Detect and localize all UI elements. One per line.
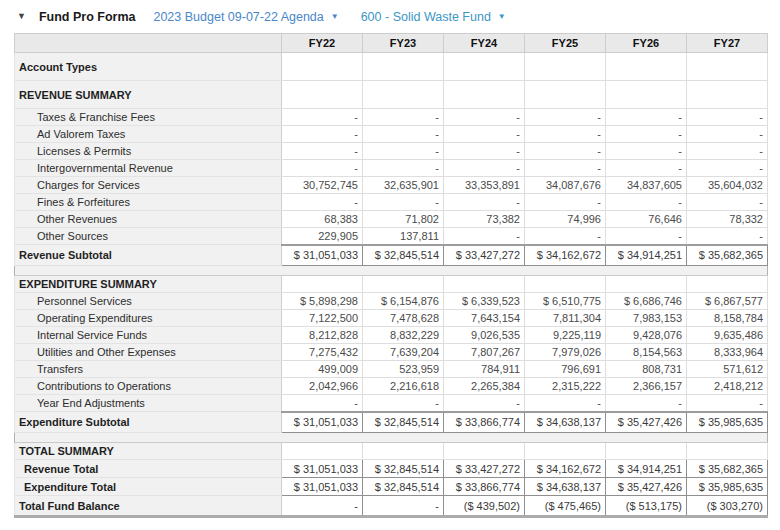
- cell-fines-forfeitures-fy23: -: [363, 194, 444, 211]
- cell-personnel-services-fy24: $ 6,339,523: [444, 293, 525, 310]
- cell-contributions-to-operations-fy24: 2,265,384: [444, 378, 525, 395]
- cell-taxes-franchise-fees-fy25: -: [525, 109, 606, 126]
- budget-version-dropdown[interactable]: 2023 Budget 09-07-22 Agenda ▼: [153, 10, 338, 24]
- cell-total-fund-balance-fy22: -: [282, 496, 363, 517]
- cell-expenditure-summary-fy25: [525, 276, 606, 293]
- cell-revenue-subtotal-fy27: $ 35,682,365: [687, 245, 768, 266]
- cell-other-revenues-fy23: 71,802: [363, 211, 444, 228]
- row-label-ad-valorem-taxes: Ad Valorem Taxes: [15, 126, 282, 143]
- cell-account-types-fy23: [363, 53, 444, 81]
- table-row-ad-valorem-taxes: Ad Valorem Taxes------: [15, 126, 768, 143]
- cell-total-fund-balance-fy23: -: [363, 496, 444, 517]
- fund-dropdown[interactable]: 600 - Solid Waste Fund ▼: [361, 10, 506, 24]
- cell-transfers-fy25: 796,691: [525, 361, 606, 378]
- cell-other-revenues-fy22: 68,383: [282, 211, 363, 228]
- cell-revenue-total-fy23: $ 32,845,514: [363, 460, 444, 478]
- cell-expenditure-summary-fy24: [444, 276, 525, 293]
- cell-utilities-and-other-expenses-fy25: 7,979,026: [525, 344, 606, 361]
- table-row-taxes-franchise-fees: Taxes & Franchise Fees------: [15, 109, 768, 126]
- cell-expenditure-summary-fy23: [363, 276, 444, 293]
- cell-total-summary-fy24: [444, 443, 525, 460]
- row-label-internal-service-funds: Internal Service Funds: [15, 327, 282, 344]
- table-row-other-sources: Other Sources229,905137,811----: [15, 228, 768, 245]
- cell-operating-expenditures-fy25: 7,811,304: [525, 310, 606, 327]
- cell-operating-expenditures-fy22: 7,122,500: [282, 310, 363, 327]
- cell-total-fund-balance-fy26: ($ 513,175): [606, 496, 687, 517]
- column-header-fy22: FY22: [282, 34, 363, 53]
- cell-internal-service-funds-fy25: 9,225,119: [525, 327, 606, 344]
- table-row-revenue-total: Revenue Total$ 31,051,033$ 32,845,514$ 3…: [15, 460, 768, 478]
- cell-taxes-franchise-fees-fy24: -: [444, 109, 525, 126]
- cell-revenue-summary-fy24: [444, 81, 525, 109]
- cell-operating-expenditures-fy27: 8,158,784: [687, 310, 768, 327]
- cell-intergovernmental-revenue-fy25: -: [525, 160, 606, 177]
- table-row-revenue-subtotal: Revenue Subtotal$ 31,051,033$ 32,845,514…: [15, 245, 768, 266]
- cell-expenditure-summary-fy22: [282, 276, 363, 293]
- row-label-revenue-subtotal: Revenue Subtotal: [15, 245, 282, 266]
- cell-operating-expenditures-fy26: 7,983,153: [606, 310, 687, 327]
- column-header-row: FY22FY23FY24FY25FY26FY27: [15, 34, 768, 53]
- cell-revenue-total-fy24: $ 33,427,272: [444, 460, 525, 478]
- cell-ad-valorem-taxes-fy26: -: [606, 126, 687, 143]
- cell-transfers-fy27: 571,612: [687, 361, 768, 378]
- cell-revenue-total-fy27: $ 35,682,365: [687, 460, 768, 478]
- table-row-revenue-summary: REVENUE SUMMARY: [15, 81, 768, 109]
- chevron-down-icon: ▼: [331, 12, 339, 21]
- row-label-licenses-permits: Licenses & Permits: [15, 143, 282, 160]
- table-row-total-summary: TOTAL SUMMARY: [15, 443, 768, 460]
- cell-operating-expenditures-fy24: 7,643,154: [444, 310, 525, 327]
- cell-personnel-services-fy26: $ 6,686,746: [606, 293, 687, 310]
- cell-other-sources-fy26: -: [606, 228, 687, 245]
- table-row-expenditure-summary: EXPENDITURE SUMMARY: [15, 276, 768, 293]
- row-label-expenditure-total: Expenditure Total: [15, 478, 282, 496]
- cell-revenue-summary-fy26: [606, 81, 687, 109]
- cell-ad-valorem-taxes-fy25: -: [525, 126, 606, 143]
- table-row-other-revenues: Other Revenues68,38371,80273,38274,99676…: [15, 211, 768, 228]
- cell-personnel-services-fy27: $ 6,867,577: [687, 293, 768, 310]
- cell-taxes-franchise-fees-fy27: -: [687, 109, 768, 126]
- cell-operating-expenditures-fy23: 7,478,628: [363, 310, 444, 327]
- cell-fines-forfeitures-fy24: -: [444, 194, 525, 211]
- cell-total-fund-balance-fy25: ($ 475,465): [525, 496, 606, 517]
- cell-year-end-adjustments-fy22: -: [282, 395, 363, 412]
- row-label-revenue-summary: REVENUE SUMMARY: [15, 81, 282, 109]
- row-label-intergovernmental-revenue: Intergovernmental Revenue: [15, 160, 282, 177]
- cell-other-revenues-fy26: 76,646: [606, 211, 687, 228]
- cell-revenue-summary-fy23: [363, 81, 444, 109]
- row-label-charges-for-services: Charges for Services: [15, 177, 282, 194]
- cell-total-summary-fy27: [687, 443, 768, 460]
- row-label-transfers: Transfers: [15, 361, 282, 378]
- cell-licenses-permits-fy27: -: [687, 143, 768, 160]
- cell-personnel-services-fy25: $ 6,510,775: [525, 293, 606, 310]
- cell-expenditure-total-fy26: $ 35,427,426: [606, 478, 687, 496]
- cell-utilities-and-other-expenses-fy22: 7,275,432: [282, 344, 363, 361]
- row-label-total-fund-balance: Total Fund Balance: [15, 496, 282, 517]
- cell-other-sources-fy27: -: [687, 228, 768, 245]
- row-label-total-summary: TOTAL SUMMARY: [15, 443, 282, 460]
- cell-expenditure-total-fy25: $ 34,638,137: [525, 478, 606, 496]
- table-row-licenses-permits: Licenses & Permits------: [15, 143, 768, 160]
- cell-expenditure-summary-fy26: [606, 276, 687, 293]
- table-body: Account TypesREVENUE SUMMARYTaxes & Fran…: [15, 53, 768, 517]
- cell-other-revenues-fy27: 78,332: [687, 211, 768, 228]
- column-header-fy24: FY24: [444, 34, 525, 53]
- table-row-transfers: Transfers499,009523,959784,911796,691808…: [15, 361, 768, 378]
- cell-revenue-subtotal-fy26: $ 34,914,251: [606, 245, 687, 266]
- cell-total-summary-fy26: [606, 443, 687, 460]
- cell-contributions-to-operations-fy23: 2,216,618: [363, 378, 444, 395]
- cell-internal-service-funds-fy22: 8,212,828: [282, 327, 363, 344]
- row-label-other-sources: Other Sources: [15, 228, 282, 245]
- cell-intergovernmental-revenue-fy26: -: [606, 160, 687, 177]
- cell-other-revenues-fy25: 74,996: [525, 211, 606, 228]
- cell-revenue-summary-fy25: [525, 81, 606, 109]
- collapse-section-icon[interactable]: ▼: [17, 12, 26, 21]
- cell-account-types-fy24: [444, 53, 525, 81]
- table-row-internal-service-funds: Internal Service Funds8,212,8288,832,229…: [15, 327, 768, 344]
- cell-other-sources-fy25: -: [525, 228, 606, 245]
- separator-row: [15, 266, 768, 276]
- cell-contributions-to-operations-fy27: 2,418,212: [687, 378, 768, 395]
- table-row-fines-forfeitures: Fines & Forfeitures------: [15, 194, 768, 211]
- cell-other-sources-fy22: 229,905: [282, 228, 363, 245]
- column-header-fy25: FY25: [525, 34, 606, 53]
- cell-ad-valorem-taxes-fy24: -: [444, 126, 525, 143]
